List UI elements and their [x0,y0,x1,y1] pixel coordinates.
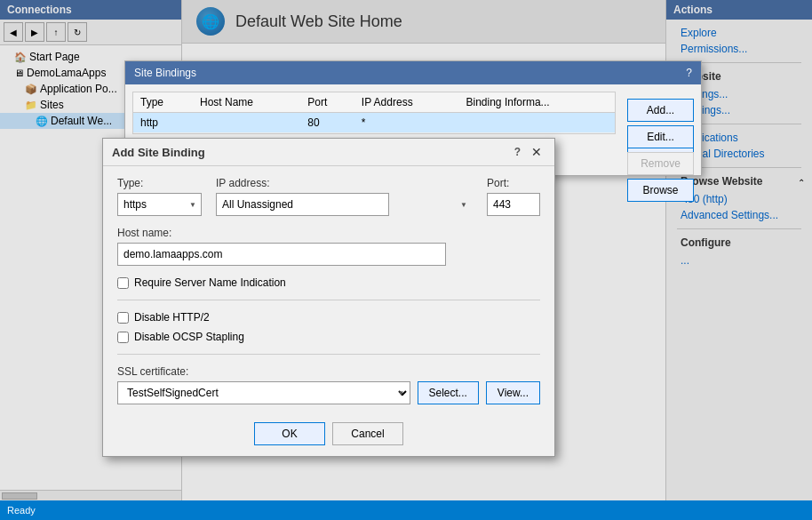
ssl-select[interactable]: TestSelfSignedCert [117,381,410,404]
add-binding-close-btn[interactable]: ✕ [528,144,545,160]
col-ipaddress: IP Address [354,92,459,113]
port-input[interactable] [487,193,540,216]
ssl-row: TestSelfSignedCert Select... View... [117,381,540,404]
hostname-label: Host name: [117,227,171,239]
sni-row: Require Server Name Indication [117,276,540,289]
help-icon[interactable]: ? [514,146,521,158]
col-type: Type [133,92,193,113]
binding-ip: * [354,113,459,133]
edit-binding-btn[interactable]: Edit... [627,125,694,148]
titlebar-right: ? ✕ [514,144,545,160]
binding-port: 80 [300,113,354,133]
binding-row[interactable]: http 80 * [133,113,615,133]
type-group: Type: https http [117,177,202,216]
bindings-table: Type Host Name Port IP Address Binding I… [132,92,616,134]
site-bindings-help-icon[interactable]: ? [686,67,692,79]
site-bindings-titlebar: Site Bindings ? [125,61,701,84]
add-binding-body: Type: https http IP address: All Unassig… [103,166,554,415]
ssl-label: SSL certificate: [117,365,188,378]
add-binding-titlebar: Add Site Binding ? ✕ [103,139,554,166]
cancel-btn[interactable]: Cancel [332,422,403,445]
type-ip-port-row: Type: https http IP address: All Unassig… [117,177,540,216]
http2-checkbox[interactable] [117,312,129,324]
select-cert-btn[interactable]: Select... [418,381,479,404]
ssl-section: SSL certificate: TestSelfSignedCert Sele… [117,365,540,404]
hostname-row: Host name: [117,227,540,266]
hostname-input[interactable] [117,243,446,266]
add-binding-title: Add Site Binding [112,146,205,159]
status-bar: Ready [0,500,812,520]
type-label: Type: [117,177,202,189]
site-bindings-title: Site Bindings [134,67,196,79]
col-hostname: Host Name [193,92,300,113]
col-binding-info: Binding Informa... [459,92,615,113]
http2-row: Disable HTTP/2 [117,311,540,324]
dialog-footer: OK Cancel [103,415,554,445]
binding-info [459,113,615,133]
ip-label: IP address: [216,177,473,189]
browse-binding-btn[interactable]: Browse [627,179,694,202]
ok-btn[interactable]: OK [254,422,325,445]
view-cert-btn[interactable]: View... [486,381,540,404]
add-site-binding-dialog: Add Site Binding ? ✕ Type: https http IP… [102,138,555,457]
ip-group: IP address: All Unassigned [216,177,473,216]
type-select[interactable]: https http [117,193,202,216]
col-port: Port [300,92,354,113]
section-divider-2 [117,354,540,355]
add-binding-btn[interactable]: Add... [627,99,694,122]
type-select-wrapper: https http [117,193,202,216]
section-divider-1 [117,300,540,300]
ip-select-wrapper: All Unassigned [216,193,473,216]
sni-label: Require Server Name Indication [134,276,286,289]
ocsp-row: Disable OCSP Stapling [117,331,540,343]
ocsp-checkbox[interactable] [117,332,129,343]
http2-label: Disable HTTP/2 [134,311,210,324]
ssl-select-wrapper: TestSelfSignedCert [117,381,410,404]
port-group: Port: [487,177,540,216]
status-text: Ready [7,505,36,516]
ip-select[interactable]: All Unassigned [216,193,389,216]
binding-type: http [133,113,193,133]
binding-hostname [193,113,300,133]
port-label: Port: [487,177,540,189]
sni-checkbox[interactable] [117,277,129,289]
remove-binding-btn[interactable]: Remove [627,152,694,175]
ocsp-label: Disable OCSP Stapling [134,331,244,343]
